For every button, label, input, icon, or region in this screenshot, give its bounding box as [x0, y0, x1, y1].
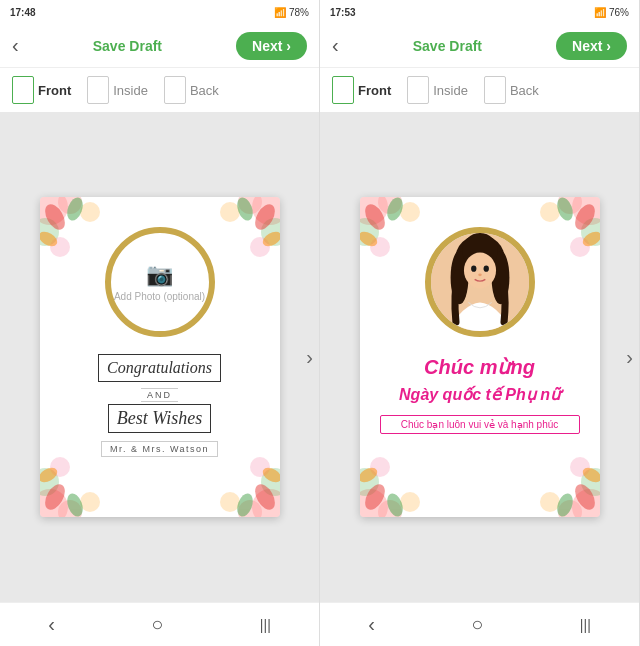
chuc-mung-text: Chúc mừng — [360, 355, 600, 379]
battery-1: 📶 78% — [274, 7, 309, 18]
congratulations-text: Congratulations — [98, 354, 221, 382]
card-area-1: 📷 Add Photo (optional) Congratulations A… — [0, 112, 319, 602]
panel-2: 17:53 📶 76% ‹ Save Draft Next › Front In… — [320, 0, 640, 646]
svg-point-8 — [220, 202, 240, 222]
photo-circle-1[interactable]: 📷 Add Photo (optional) — [105, 227, 215, 337]
svg-point-72 — [483, 266, 488, 272]
save-draft-button-2[interactable]: Save Draft — [413, 38, 482, 54]
ngay-text: Ngày quốc tế Phụ nữ — [360, 385, 600, 404]
sub-text: Chúc bạn luôn vui vẻ và hạnh phúc — [380, 415, 580, 434]
photo-circle-2[interactable] — [425, 227, 535, 337]
person-svg — [431, 233, 529, 331]
tab-inside-1[interactable]: Inside — [87, 76, 148, 104]
svg-point-73 — [478, 274, 482, 277]
svg-point-35 — [400, 202, 420, 222]
chevron-right-2[interactable]: › — [626, 346, 633, 369]
top-nav-2: ‹ Save Draft Next › — [320, 24, 639, 68]
nav-home-2[interactable]: ○ — [451, 605, 503, 644]
tab-back-1[interactable]: Back — [164, 76, 219, 104]
bottom-nav-1: ‹ ○ ||| — [0, 602, 319, 646]
chevron-right-1[interactable]: › — [306, 346, 313, 369]
nav-back-1[interactable]: ‹ — [28, 605, 75, 644]
bottom-nav-2: ‹ ○ ||| — [320, 602, 639, 646]
svg-point-13 — [80, 492, 100, 512]
svg-point-40 — [540, 202, 560, 222]
next-button-1[interactable]: Next › — [236, 32, 307, 60]
card-1: 📷 Add Photo (optional) Congratulations A… — [40, 197, 280, 517]
tab-back-2[interactable]: Back — [484, 76, 539, 104]
nav-home-1[interactable]: ○ — [131, 605, 183, 644]
next-button-2[interactable]: Next › — [556, 32, 627, 60]
name-text: Mr. & Mrs. Watson — [101, 441, 218, 457]
tab-thumb-front-2 — [332, 76, 354, 104]
tab-row-1: Front Inside Back — [0, 68, 319, 112]
svg-point-70 — [463, 253, 495, 289]
text-block-1: Congratulations AND Best Wishes Mr. & Mr… — [60, 354, 260, 457]
and-text: AND — [141, 388, 178, 402]
tab-thumb-front-1 — [12, 76, 34, 104]
panel-1: 17:48 📶 78% ‹ Save Draft Next › Front In… — [0, 0, 320, 646]
back-button-2[interactable]: ‹ — [332, 34, 339, 57]
status-bar-2: 17:53 📶 76% — [320, 0, 639, 24]
nav-back-2[interactable]: ‹ — [348, 605, 395, 644]
card-2: Chúc mừng Ngày quốc tế Phụ nữ Chúc bạn l… — [360, 197, 600, 517]
tab-row-2: Front Inside Back — [320, 68, 639, 112]
tab-thumb-inside-1 — [87, 76, 109, 104]
save-draft-button-1[interactable]: Save Draft — [93, 38, 162, 54]
time-1: 17:48 — [10, 7, 36, 18]
nav-recent-1[interactable]: ||| — [240, 609, 291, 641]
svg-point-45 — [400, 492, 420, 512]
tab-thumb-back-2 — [484, 76, 506, 104]
add-photo-label: Add Photo (optional) — [114, 290, 205, 303]
battery-2: 📶 76% — [594, 7, 629, 18]
card-area-2: Chúc mừng Ngày quốc tế Phụ nữ Chúc bạn l… — [320, 112, 639, 602]
tab-thumb-inside-2 — [407, 76, 429, 104]
tab-front-2[interactable]: Front — [332, 76, 391, 104]
svg-point-3 — [80, 202, 100, 222]
tab-thumb-back-1 — [164, 76, 186, 104]
nav-recent-2[interactable]: ||| — [560, 609, 611, 641]
camera-icon-1: 📷 — [146, 262, 173, 288]
tab-inside-2[interactable]: Inside — [407, 76, 468, 104]
time-2: 17:53 — [330, 7, 356, 18]
top-nav-1: ‹ Save Draft Next › — [0, 24, 319, 68]
status-bar-1: 17:48 📶 78% — [0, 0, 319, 24]
tab-front-1[interactable]: Front — [12, 76, 71, 104]
best-wishes-text: Best Wishes — [108, 404, 212, 433]
svg-point-50 — [540, 492, 560, 512]
back-button-1[interactable]: ‹ — [12, 34, 19, 57]
svg-point-71 — [471, 266, 476, 272]
svg-point-18 — [220, 492, 240, 512]
